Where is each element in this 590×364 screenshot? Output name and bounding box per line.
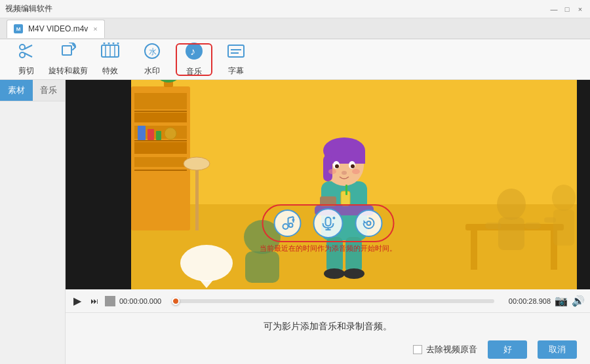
add-audio-button[interactable] [313,208,343,238]
time-current: 00:00:00.000 [119,297,172,305]
sidebar-tab-music[interactable]: 音乐 [33,80,66,101]
svg-point-12 [117,43,119,45]
timeline-controls: ▶ ⏭ 00:00:00.000 00:00:28.908 📷 🔊 [66,289,590,313]
app-title: 视频编辑软件 [5,3,52,14]
tool-cut-label: 剪切 [18,65,34,77]
svg-point-9 [104,43,106,45]
subtitle-icon [227,43,245,64]
svg-point-90 [366,221,370,225]
cut-icon [18,43,35,64]
file-tab-name: M4V VIDEO.m4v [28,24,88,33]
screenshot-icon[interactable]: 📷 [555,295,568,307]
close-button[interactable]: × [576,5,585,14]
svg-point-36 [165,128,176,139]
tool-rotate[interactable]: 旋转和裁剪 [49,42,88,77]
svg-point-11 [113,43,115,45]
bottom-section: 可为影片添加音乐和录制音频。 去除视频原音 好 取消 [66,313,590,364]
svg-point-53 [328,169,336,174]
svg-point-41 [184,157,210,170]
svg-point-51 [335,164,339,168]
tool-music[interactable]: ♪ 音乐 [174,42,214,77]
music-icon: ♪ [185,42,203,64]
svg-point-63 [344,268,364,279]
svg-rect-23 [577,80,590,289]
svg-rect-4 [62,46,71,55]
tool-effects-label: 特效 [102,65,118,77]
sidebar-tab-material[interactable]: 素材 [0,80,33,101]
remove-audio-checkbox[interactable] [413,345,422,354]
svg-point-10 [108,43,110,45]
play-button[interactable]: ▶ [71,295,84,308]
svg-point-55 [342,171,347,175]
svg-rect-65 [471,230,477,270]
remove-audio-text: 去除视频原音 [426,344,477,355]
svg-point-67 [497,189,526,220]
tool-cut[interactable]: 剪切 [7,42,46,77]
svg-rect-25 [134,93,187,109]
svg-point-71 [552,185,576,211]
cancel-button[interactable]: 取消 [538,340,577,359]
left-sidebar: 素材 音乐 [0,80,66,364]
info-text: 可为影片添加音乐和录制音频。 [264,321,392,333]
file-tab[interactable]: M M4V VIDEO.m4v × [7,20,105,38]
action-buttons-group [262,204,394,242]
svg-rect-72 [553,209,574,246]
volume-icon[interactable]: 🔊 [572,295,585,307]
video-preview: 当前最近在的时间作为添音频的开始时间。 [66,80,590,289]
convert-audio-button[interactable] [355,209,382,237]
progress-thumb [172,297,180,305]
svg-point-62 [324,268,345,279]
svg-point-54 [352,169,360,174]
svg-line-80 [288,217,293,218]
tool-subtitle[interactable]: 字幕 [216,42,256,77]
svg-rect-70 [524,223,541,229]
svg-text:水: 水 [149,47,157,56]
tab-close-button[interactable]: × [93,25,97,33]
svg-point-0 [20,45,25,50]
maximize-button[interactable]: □ [562,5,572,14]
tool-watermark-label: 水印 [144,65,160,77]
time-total: 00:00:28.908 [498,297,551,305]
svg-point-1 [20,52,25,58]
add-music-button[interactable] [273,209,301,237]
svg-rect-59 [345,185,347,195]
sidebar-tabs: 素材 音乐 [0,80,65,101]
svg-text:♪: ♪ [190,46,195,57]
svg-point-52 [351,164,355,168]
svg-rect-83 [325,217,330,226]
svg-rect-22 [66,80,131,289]
svg-rect-68 [498,217,524,250]
tool-music-label: 音乐 [186,66,202,77]
ok-button[interactable]: 好 [488,340,527,359]
toolbar: 剪切 旋转和裁剪 特效 [0,39,590,80]
next-frame-button[interactable]: ⏭ [88,295,101,308]
svg-rect-40 [195,165,199,230]
svg-point-42 [180,245,233,282]
svg-rect-69 [485,223,502,229]
tool-effects[interactable]: 特效 [90,42,130,77]
svg-rect-73 [544,217,556,223]
remove-audio-label[interactable]: 去除视频原音 [413,344,477,355]
progress-bar[interactable] [176,299,494,303]
file-icon: M [14,24,23,33]
hint-text: 当前最近在的时间作为添音频的开始时间。 [260,244,397,253]
svg-point-77 [288,223,292,227]
svg-rect-29 [134,157,187,167]
svg-rect-33 [138,126,146,140]
tab-bar: M M4V VIDEO.m4v × [0,18,590,39]
tool-subtitle-label: 字幕 [228,65,244,77]
svg-rect-34 [148,129,154,140]
minimize-button[interactable]: — [549,5,559,14]
svg-point-76 [283,224,288,229]
main-content: 素材 音乐 [0,80,590,364]
title-bar: 视频编辑软件 — □ × [0,0,590,18]
video-area: 当前最近在的时间作为添音频的开始时间。 ▶ ⏭ 00:00:00.000 00:… [66,80,590,364]
svg-rect-75 [245,251,279,283]
svg-rect-28 [134,142,187,154]
tool-watermark[interactable]: 水 水印 [132,42,172,77]
svg-rect-35 [156,131,161,140]
rotate-icon [59,43,77,64]
stop-button[interactable] [105,296,115,306]
tool-rotate-label: 旋转和裁剪 [49,65,88,77]
svg-rect-17 [228,45,244,57]
